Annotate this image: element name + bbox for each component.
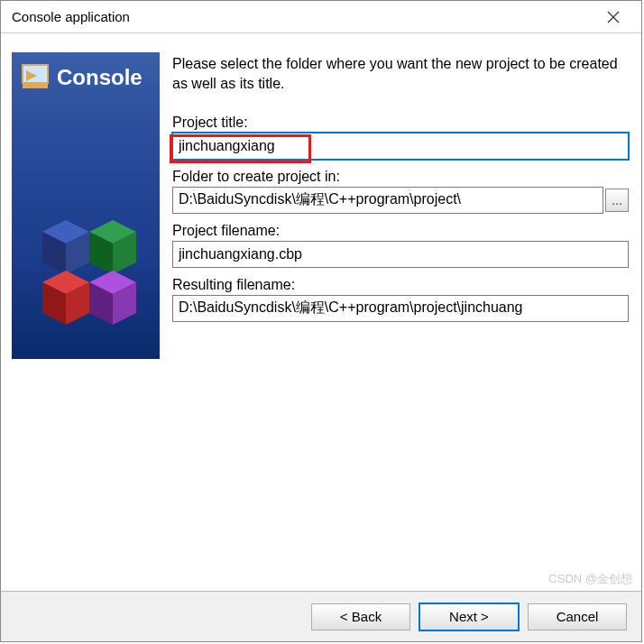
project-title-input[interactable] (172, 133, 629, 160)
resulting-filename-input[interactable] (172, 295, 629, 322)
cancel-button[interactable]: Cancel (528, 603, 627, 630)
close-button[interactable] (593, 4, 634, 31)
watermark: CSDN @金创想 (548, 571, 632, 587)
resulting-filename-label: Resulting filename: (172, 277, 629, 293)
wizard-content: Please select the folder where you want … (172, 54, 629, 331)
wizard-sidebar: Console (12, 52, 160, 359)
button-bar: < Back Next > Cancel (1, 591, 641, 641)
folder-label: Folder to create project in: (172, 169, 629, 185)
banner-text: Console (57, 65, 143, 90)
wizard-window: Console application Console (0, 0, 642, 642)
instructions-text: Please select the folder where you want … (172, 54, 629, 95)
console-icon (19, 61, 51, 94)
console-banner: Console (12, 52, 160, 103)
project-filename-label: Project filename: (172, 223, 629, 239)
browse-button[interactable]: ... (605, 189, 629, 212)
back-button[interactable]: < Back (311, 603, 410, 630)
project-filename-input[interactable] (172, 241, 629, 268)
svg-rect-3 (23, 83, 48, 88)
close-icon (607, 11, 620, 23)
cubes-graphic (30, 215, 147, 332)
titlebar: Console application (1, 1, 641, 33)
next-button[interactable]: Next > (419, 603, 519, 630)
project-title-label: Project title: (172, 115, 629, 131)
folder-input[interactable] (172, 187, 603, 214)
window-title: Console application (8, 9, 593, 24)
